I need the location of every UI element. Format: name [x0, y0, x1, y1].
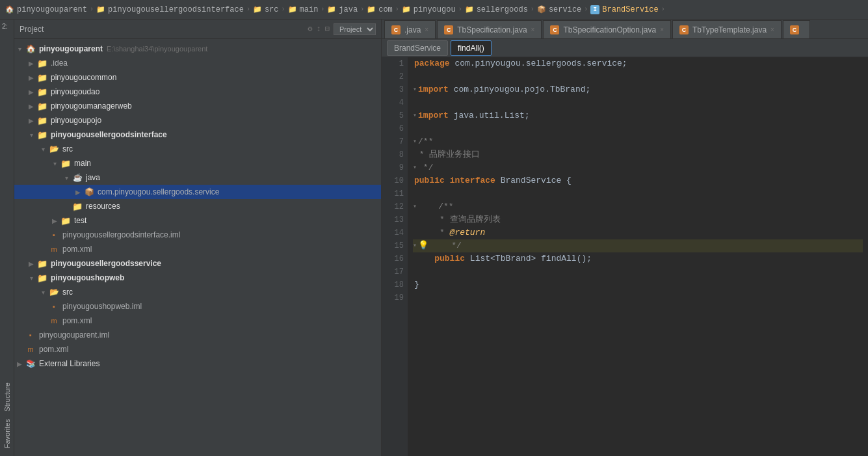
nav-tab-brandservice[interactable]: BrandService [387, 40, 448, 56]
fold-15[interactable]: ▾ [413, 239, 417, 252]
arrow-sellergoodsinterface: ▾ [26, 131, 36, 139]
tab-java-label: .java [404, 25, 421, 34]
tree-item-pom-interface[interactable]: m pom.xml [14, 242, 381, 256]
lightbulb-icon[interactable]: 💡 [418, 239, 428, 252]
tab-java[interactable]: C .java × [384, 20, 436, 38]
tree-item-main[interactable]: ▾ 📁 main [14, 156, 381, 170]
code-line-8: * 品牌业务接口 [413, 148, 863, 161]
tab-tbtype[interactable]: C TbTypeTemplate.java × [672, 20, 782, 38]
kw-import1: import [418, 83, 449, 96]
breadcrumb-pkg-icon: 📦 [537, 5, 546, 14]
comment-return-pre: * [414, 226, 450, 239]
breadcrumb-src[interactable]: src [265, 5, 279, 14]
tree-item-pinyougouparent[interactable]: ▾ 🏠 pinyougouparent E:\shanghai34\pinyou… [14, 42, 381, 56]
tree-item-resources[interactable]: 📁 resources [14, 199, 381, 213]
code-line-7: ▾ /** [413, 135, 863, 148]
tab-tbspecopt-close[interactable]: × [660, 26, 664, 33]
tree-item-pom-root[interactable]: m pom.xml [14, 342, 381, 356]
fold-9[interactable]: ▾ [413, 161, 417, 174]
code-line-15: ▾ 💡 */ [413, 239, 863, 252]
arrow-src: ▾ [38, 146, 48, 153]
label-managerweb: pinyougoumanagerweb [51, 101, 132, 111]
breadcrumb-pinyougou[interactable]: pinyougou [414, 5, 456, 14]
fold-7[interactable]: ▾ [413, 135, 417, 148]
code-line-9: ▾ */ [413, 161, 863, 174]
import2-path: java.util.List; [449, 109, 530, 122]
favorites-sidebar-label[interactable]: Favorites [3, 414, 11, 453]
fold-12[interactable]: ▾ [413, 200, 417, 213]
label-parent-iml: pinyougouparent.iml [39, 330, 109, 340]
tab-c-icon: C [790, 25, 799, 34]
breadcrumb-service[interactable]: service [549, 5, 581, 14]
tree-item-pom2[interactable]: m pom.xml [14, 314, 381, 328]
tab-tbspec[interactable]: C TbSpecification.java × [437, 20, 542, 38]
intf-name: BrandService { [495, 174, 572, 187]
tab-tbspecopt-label: TbSpecificationOption.java [563, 25, 656, 34]
ln-13: 13 [386, 213, 404, 226]
import1-path: com.pinyougou.pojo.TbBrand; [449, 83, 590, 96]
sep2: › [246, 6, 250, 13]
tab-tbspecopt[interactable]: C TbSpecificationOption.java × [543, 20, 671, 38]
icon-ext-lib: 📚 [25, 359, 36, 368]
tree-item-src2[interactable]: ▾ 📂 src [14, 285, 381, 299]
structure-sidebar-label[interactable]: Structure [3, 377, 11, 417]
two-label[interactable]: 2: [2, 22, 8, 30]
tab-tbtype-close[interactable]: × [770, 26, 774, 33]
tree-item-pinyougoupojo[interactable]: ▶ 📁 pinyougoupojo [14, 113, 381, 127]
tree-item-ext-lib[interactable]: ▶ 📚 External Libraries [14, 356, 381, 371]
tree-item-sellergoodsinterface[interactable]: ▾ 📁 pinyougousellergoodsinterface [14, 127, 381, 142]
breadcrumb-com[interactable]: com [378, 5, 393, 14]
code-line-12: ▾ /** [413, 200, 863, 213]
breadcrumb-pinyougouparent[interactable]: pinyougouparent [17, 5, 87, 14]
breadcrumb-brandservice[interactable]: BrandService [602, 5, 658, 14]
label-src: src [62, 144, 73, 154]
breadcrumb-sellergoods[interactable]: sellergoods [477, 5, 528, 14]
tree-item-shopweb[interactable]: ▾ 📁 pinyougoushopweb [14, 271, 381, 285]
label-iml2: pinyougoushopweb.iml [62, 302, 142, 311]
label-shopweb: pinyougoushopweb [51, 273, 124, 282]
ln-4: 4 [386, 96, 404, 109]
tab-tbspec-close[interactable]: × [531, 26, 535, 33]
arrow-main: ▾ [49, 160, 60, 167]
icon-main: 📁 [60, 159, 72, 168]
fold-5[interactable]: ▾ [413, 109, 417, 122]
icon-common: 📁 [36, 73, 48, 83]
code-editor[interactable]: 1 2 3 4 5 6 7 8 9 10 11 12 13 14 15 16 1… [382, 57, 868, 456]
breadcrumb-interface-icon: I [590, 5, 599, 14]
list-decl: List<TbBrand> findAll(); [465, 252, 592, 265]
tree-item-src[interactable]: ▾ 📂 src [14, 142, 381, 156]
view-dropdown[interactable]: Project [334, 23, 376, 35]
tree-item-java[interactable]: ▾ ☕ java [14, 170, 381, 185]
tree-item-iml[interactable]: ▪ pinyougousellergoodsinterface.iml [14, 228, 381, 242]
panel-header: Project ⚙ ↕ ⊟ Project [14, 20, 381, 39]
code-line-11 [413, 187, 863, 200]
tree-item-package[interactable]: ▶ 📦 com.pinyougou.sellergoods.service [14, 185, 381, 199]
tab-c[interactable]: C [783, 20, 810, 38]
tree-item-pinyougoudao[interactable]: ▶ 📁 pinyougoudao [14, 85, 381, 99]
collapse-all-icon[interactable]: ⊟ [325, 24, 330, 34]
icon-pom-root: m [25, 345, 36, 353]
tree-item-sellergoodsservice[interactable]: ▶ 📁 pinyougousellergoodsservice [14, 256, 381, 271]
settings-icon[interactable]: ⚙ [308, 24, 312, 34]
breadcrumb-main[interactable]: main [300, 5, 319, 14]
icon-sellergoodsinterface: 📁 [36, 130, 48, 140]
scroll-from-source-icon[interactable]: ↕ [317, 25, 321, 34]
line-numbers: 1 2 3 4 5 6 7 8 9 10 11 12 13 14 15 16 1… [382, 57, 408, 456]
comment-open2: /** [418, 200, 454, 213]
tree-item-test[interactable]: ▶ 📁 test [14, 213, 381, 228]
code-line-14: * @return [413, 226, 863, 239]
main-layout: Structure 2: Favorites Project ⚙ ↕ ⊟ Pro… [0, 20, 868, 456]
icon-test: 📁 [60, 216, 72, 226]
breadcrumb-java[interactable]: java [339, 5, 358, 14]
tree-item-pinyougoucommon[interactable]: ▶ 📁 pinyougoucommon [14, 70, 381, 85]
tree-item-parent-iml[interactable]: ▪ pinyougouparent.iml [14, 328, 381, 342]
tree-item-idea[interactable]: ▶ 📁 .idea [14, 56, 381, 70]
tree-item-pinyougoumanagerweb[interactable]: ▶ 📁 pinyougoumanagerweb [14, 99, 381, 113]
breadcrumb-sellergoodsinterface[interactable]: pinyougousellergoodsinterface [108, 5, 244, 14]
nav-tab-findall[interactable]: findAll() [451, 40, 492, 56]
tab-tbspec-icon: C [444, 25, 453, 34]
label-pom2: pom.xml [62, 316, 92, 325]
tab-java-close[interactable]: × [425, 26, 428, 33]
fold-3[interactable]: ▾ [413, 83, 417, 96]
tree-item-iml2[interactable]: ▪ pinyougoushopweb.iml [14, 299, 381, 314]
